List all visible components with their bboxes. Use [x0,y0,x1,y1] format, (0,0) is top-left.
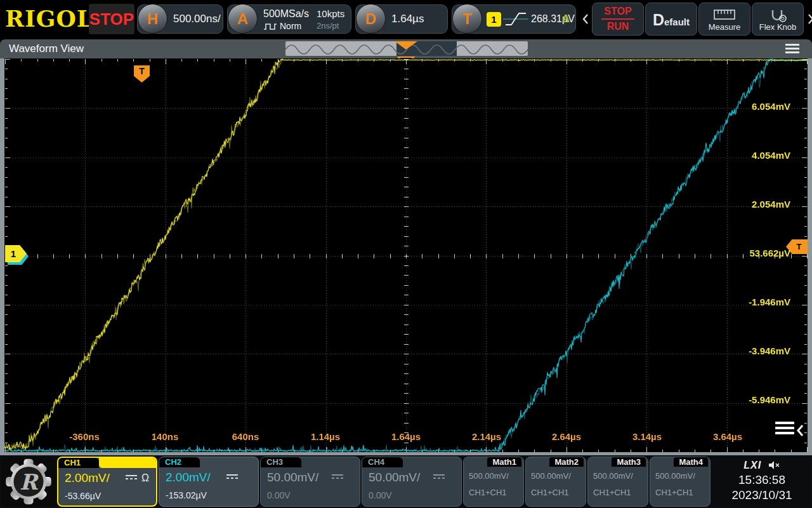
graticule-menu-icon[interactable] [775,422,804,439]
math-box-math2[interactable]: Math2 500.00mV/ CH1+CH1 [525,457,586,507]
rigol-gear-icon: R [1,457,56,507]
ch3-scale: 50.00mV/ [267,471,318,485]
system-time: 15:36:58 [713,473,811,487]
channel-box-ch1[interactable]: CH1 2.00mV/ Ω -53.66µV [57,457,157,507]
math3-scale: 500.00mV/ [593,471,633,481]
math2-scale: 500.00mV/ [531,471,571,481]
ch1-offset: -53.66µV [65,491,101,501]
svg-text:R: R [20,469,39,495]
volt-label: 6.054mV [752,100,790,113]
math1-expression: CH1+CH1 [469,488,507,497]
horizontal-scale-pill[interactable]: H 500.00ns/ [137,4,223,34]
time-label: -360ns [69,431,100,443]
horizontal-scale-value: 500.00ns/ [173,5,221,33]
channel-box-ch2[interactable]: CH2 2.00mV/ -153.02µV [159,457,259,507]
math-box-math3[interactable]: Math3 500.00mV/ CH1+CH1 [587,457,648,507]
sample-rate-value: 500MSa/s [263,8,309,20]
acquire-pill[interactable]: A 500MSa/s Norm 10kpts 2ns/pt [227,4,351,34]
math3-tab: Math3 [612,457,646,467]
time-label: 3.14µs [632,431,662,443]
ch4-offset: 0.00V [369,490,392,500]
dc-coupling-icon [332,474,343,479]
ch1-scale: 2.00mV/ [65,471,110,485]
knob-icon [768,9,788,23]
math1-scale: 500.00mV/ [469,471,509,481]
left-bezel [0,58,4,455]
ch3-offset: 0.00V [267,490,291,500]
math2-tab: Math2 [549,457,584,467]
h-key-button[interactable]: H [138,4,167,34]
t-key-button[interactable]: T [452,4,482,34]
sample-resolution-value: 2ns/pt [317,21,339,30]
math4-scale: 500.00mV/ [655,471,695,481]
math-box-math1[interactable]: Math1 500.00mV/ CH1+CH1 [463,457,524,507]
waveform-canvas[interactable] [0,58,812,455]
default-initial: D [653,11,664,29]
time-label: 1.14µs [311,431,340,443]
trigger-source-badge: 1 [487,12,501,27]
dc-coupling-icon [226,474,238,479]
acquire-mode-icon [263,22,277,31]
ch2-tab: CH2 [159,457,200,467]
volt-label: -5.946mV [749,394,790,406]
measure-label: Measure [699,22,750,32]
trigger-pill[interactable]: T 1 268.31µV A [452,4,576,34]
page-title: Waveform View [9,39,84,58]
ch2-offset: -153.02µV [166,490,207,500]
volt-label: -3.946mV [749,345,790,358]
delay-value: 1.64µs [391,5,424,33]
lxi-label: LXI [743,460,761,471]
flex-knob-label: Flex Knob [752,22,803,32]
chevron-right-icon[interactable] [807,13,812,25]
ch2-scale: 2.00mV/ [166,471,211,485]
memory-depth-value: 10kpts [317,8,344,19]
rigol-logo: RIGOL [5,5,93,32]
ch4-scale: 50.00mV/ [369,471,420,485]
channel-box-ch3[interactable]: CH3 50.00mV/ 0.00V [260,457,360,507]
dc-coupling-icon [433,474,445,479]
menu-icon[interactable] [785,44,799,55]
graticule-area: T 1 T 6.054mV 4.054mV 2.054mV 53.662µV -… [0,58,812,455]
run-label: RUN [593,21,643,32]
waveform-overview-bar[interactable] [285,41,528,56]
flex-knob-button[interactable]: Flex Knob [752,3,804,36]
run-state-indicator: STOP [89,4,134,34]
stop-run-button[interactable]: STOP RUN [592,3,644,36]
time-label: 1.64µs [391,431,421,443]
time-label: 3.64µs [713,431,742,443]
system-date: 2023/10/31 [713,488,811,502]
default-rest: efault [664,17,690,27]
math3-expression: CH1+CH1 [593,488,631,497]
a-key-button[interactable]: A [228,4,258,34]
acquire-mode-label: Norm [280,21,301,31]
d-key-button[interactable]: D [356,4,386,34]
ch3-tab: CH3 [261,457,301,467]
channel-box-ch4[interactable]: CH4 50.00mV/ 0.00V [362,457,462,507]
stop-label: STOP [593,6,643,17]
time-label: 640ns [232,431,259,443]
ruler-icon [714,9,735,20]
waveform-view-titlebar: Waveform View [0,39,812,58]
time-label: 2.64µs [552,431,581,443]
measure-button[interactable]: Measure [698,3,750,36]
rising-edge-icon [503,10,528,29]
system-info-box[interactable]: LXI 15:36:58 2023/10/31 [713,457,811,507]
delay-pill[interactable]: D 1.64µs [355,4,448,34]
channel-status-bar: R CH1 2.00mV/ Ω -53.66µV CH2 2.00mV/ -15… [0,455,812,508]
top-status-bar: RIGOL STOP H 500.00ns/ A 500MSa/s Norm 1… [0,0,812,38]
collapse-chevron-icon [796,423,804,438]
right-bezel [808,58,812,455]
volt-label: 53.662µV [749,247,790,260]
default-button[interactable]: Default [645,3,697,36]
math-box-math4[interactable]: Math4 500.00mV/ CH1+CH1 [650,457,710,507]
rigol-gear-button[interactable]: R [1,457,56,507]
chevron-left-icon[interactable] [582,13,589,25]
dc-coupling-icon [126,475,137,479]
volt-label: 4.054mV [752,149,790,162]
math4-tab: Math4 [674,457,708,467]
math4-expression: CH1+CH1 [655,488,693,497]
volt-label: -1.946mV [749,296,790,309]
speaker-muted-icon [768,460,780,471]
impedance-label: Ω [141,472,149,484]
math2-expression: CH1+CH1 [531,488,569,497]
